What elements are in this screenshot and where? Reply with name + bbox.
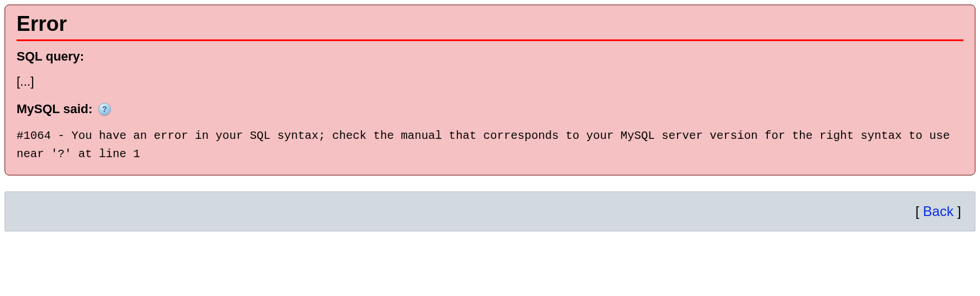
mysql-said-label: MySQL said: ?: [17, 102, 963, 117]
footer-bar: [ Back ]: [5, 191, 975, 231]
error-panel: Error SQL query: [...] MySQL said: ? #10…: [5, 5, 975, 175]
help-icon[interactable]: ?: [98, 103, 111, 115]
bracket-open: [: [915, 203, 923, 219]
bracket-close: ]: [954, 203, 961, 219]
error-title: Error: [17, 12, 963, 41]
sql-query-label: SQL query:: [17, 49, 963, 64]
error-message: #1064 - You have an error in your SQL sy…: [17, 127, 963, 163]
back-link[interactable]: Back: [923, 203, 953, 219]
mysql-said-text: MySQL said:: [17, 102, 93, 117]
sql-query-text: [...]: [17, 74, 963, 89]
